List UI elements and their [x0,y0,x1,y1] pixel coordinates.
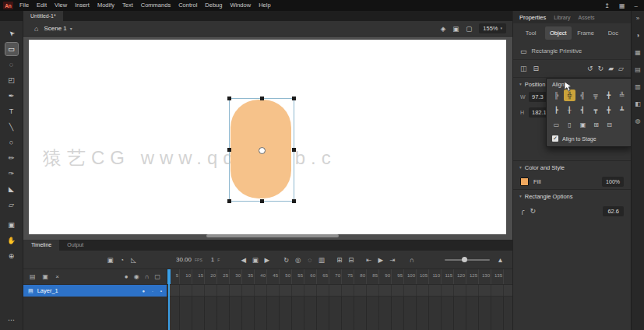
tab-timeline[interactable]: Timeline [23,240,59,251]
brush-tool[interactable]: ✑ [5,167,18,180]
prev-keyframe-icon[interactable]: ⇤ [364,256,374,264]
tab-frame[interactable]: Frame [573,26,599,40]
stage-canvas[interactable]: 猿艺CG www.qdnxxfb.c [29,40,506,234]
selection-handle[interactable] [260,97,264,100]
stage-horizontal-scrollbar[interactable] [206,234,339,237]
lasso-tool[interactable]: ◌ [5,58,18,71]
menu-debug[interactable]: Debug [201,0,226,11]
share-icon[interactable]: ↥ [604,2,610,9]
tab-tool[interactable]: Tool [518,26,544,40]
align-to-stage-row[interactable]: ✓ Align to Stage [547,132,632,146]
new-folder-icon[interactable]: ▣ [43,273,49,280]
swatches-panel-icon[interactable]: ▦ [635,49,641,56]
zoom-level-select[interactable]: 155% ▾ [479,23,506,33]
match-height-icon[interactable]: ▯ [564,119,575,131]
frames-pane[interactable]: 5101520253035404550556065707580859095100… [167,269,512,330]
edit-toolbar-icon[interactable]: ⋯ [8,316,15,324]
play-icon[interactable]: ▶ [375,256,385,264]
tab-library[interactable]: Library [554,15,570,20]
layer-outline-swatch[interactable]: ▪ [160,289,162,293]
rectangle-primitive-tool[interactable]: ▭ [5,43,18,55]
workspace-icon[interactable]: ▦ [619,2,625,9]
pasteboard[interactable]: 猿艺CG www.qdnxxfb.c [23,37,512,240]
free-transform-tool[interactable]: ◰ [5,74,18,86]
document-tab[interactable]: Untitled-1* [23,11,63,21]
edit-multiple-frames-icon[interactable]: ▥ [316,256,326,264]
rectangle-options-header[interactable]: ▾ Rectangle Options [513,190,631,202]
eraser-tool[interactable]: ▱ [5,198,18,211]
selection-handle[interactable] [292,97,296,100]
pencil-tool[interactable]: ✏ [5,152,18,164]
snap-icon[interactable]: ∩ [406,256,417,264]
align-left-icon[interactable]: ╠ [551,90,562,101]
pen-tool[interactable]: ✒ [5,90,18,102]
bring-forward-icon[interactable]: ▰ [608,65,614,72]
distribute-v-center-icon[interactable]: ╋ [603,104,614,116]
transform-point[interactable] [259,147,266,154]
camera-tool[interactable]: ▣ [5,219,18,231]
flip-horizontal-icon[interactable]: ◫ [520,65,527,72]
match-width-icon[interactable]: ▭ [551,119,562,131]
cc-libraries-icon[interactable]: ◍ [635,118,641,125]
timeline-zoom-slider[interactable] [445,259,490,261]
selection-handle[interactable] [227,97,231,100]
distribute-left-icon[interactable]: ┣ [551,104,562,116]
menu-insert[interactable]: Insert [71,0,93,11]
distribute-top-icon[interactable]: ┳ [589,104,601,116]
selection-handle[interactable] [292,199,296,203]
match-size-icon[interactable]: ▣ [577,119,589,131]
align-top-icon[interactable]: ╦ [589,90,601,101]
layer-lock-dot[interactable]: ∙ [152,289,153,293]
menu-window[interactable]: Window [226,0,255,11]
tab-output[interactable]: Output [59,240,91,251]
menu-view[interactable]: View [51,0,71,11]
align-v-center-icon[interactable]: ╋ [603,90,614,101]
next-keyframe-icon[interactable]: ⇥ [387,256,397,264]
edit-scene-chevron-icon[interactable]: ▾ [70,26,72,31]
insert-keyframe-icon[interactable]: ⊞ [334,256,344,264]
paint-bucket-tool[interactable]: ◣ [5,183,18,195]
playhead-line[interactable] [168,269,170,330]
flip-vertical-icon[interactable]: ⊟ [533,65,540,72]
color-panel-icon[interactable]: ◑ [636,32,640,39]
fps-value[interactable]: 30.00 [176,256,192,263]
menu-text[interactable]: Text [118,0,137,11]
step-back-icon[interactable]: ◀ [238,256,248,264]
fill-color-swatch[interactable] [520,177,529,186]
rotate-left-icon[interactable]: ↺ [587,65,593,72]
menu-commands[interactable]: Commands [137,0,174,11]
zoom-tool[interactable]: ⊕ [5,250,18,262]
menu-help[interactable]: Help [255,0,274,11]
lock-column-icon[interactable]: ∩ [145,273,150,280]
text-tool[interactable]: T [5,105,18,118]
outline-column-icon[interactable]: ▢ [154,273,160,280]
line-tool[interactable]: ╲ [5,121,18,133]
oval-tool[interactable]: ○ [5,136,18,149]
loop-icon[interactable]: ↻ [281,256,291,264]
scene-home-icon[interactable]: ⌂ [34,25,38,33]
align-to-stage-checkbox[interactable]: ✓ [552,135,558,142]
color-style-header[interactable]: ▾ Color and Style [513,161,631,174]
tab-assets[interactable]: Assets [579,15,595,20]
layer-name[interactable]: Layer_1 [37,287,58,294]
distribute-bottom-icon[interactable]: ┻ [616,104,628,116]
camera-layer-icon[interactable]: ▣ [105,256,115,264]
new-layer-icon[interactable]: ▤ [30,273,36,280]
center-stage-icon[interactable]: ◈ [441,25,446,33]
selection-tool[interactable]: ➤ [2,25,20,43]
align-bottom-icon[interactable]: ╩ [616,90,628,101]
delete-layer-icon[interactable]: × [55,273,59,280]
corner-radius-icon[interactable]: ╭ [520,207,524,215]
distribute-right-icon[interactable]: ┫ [577,104,589,116]
fill-alpha-field[interactable]: 100% [602,177,624,187]
menu-modify[interactable]: Modify [93,0,118,11]
tab-doc[interactable]: Doc [600,26,626,40]
timeline-zoom-fit-icon[interactable]: ▲ [495,256,505,264]
camera-icon[interactable]: ▣ [452,25,459,33]
timeline-zoom-slider-knob[interactable] [462,257,467,262]
library-panel-icon[interactable]: ▤ [635,66,641,73]
space-horizontal-icon[interactable]: ⊞ [590,119,602,131]
tab-properties[interactable]: Properties [519,14,546,21]
space-vertical-icon[interactable]: ⊟ [604,119,615,131]
menu-edit[interactable]: Edit [33,0,51,11]
